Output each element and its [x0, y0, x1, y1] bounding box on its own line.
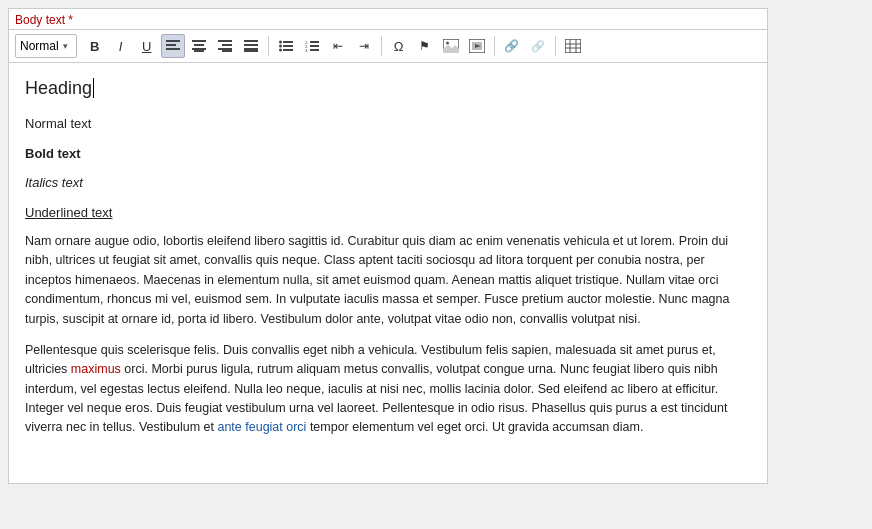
- svg-rect-10: [218, 48, 232, 50]
- body-paragraph-2: Pellentesque quis scelerisque felis. Dui…: [25, 341, 751, 438]
- svg-rect-25: [310, 45, 319, 47]
- svg-rect-17: [283, 41, 293, 43]
- svg-point-29: [446, 42, 449, 45]
- ordered-list-icon: 1. 2. 3.: [305, 40, 319, 52]
- table-insert-button[interactable]: [561, 34, 585, 58]
- media-icon: [469, 39, 485, 53]
- bold-button[interactable]: B: [83, 34, 107, 58]
- justify-button[interactable]: [239, 34, 263, 58]
- svg-rect-6: [192, 48, 206, 50]
- style-select-value: Normal: [20, 39, 59, 53]
- svg-rect-15: [244, 50, 258, 52]
- underlined-text-paragraph: Underlined text: [25, 203, 751, 223]
- svg-rect-8: [218, 40, 232, 42]
- normal-text-paragraph: Normal text: [25, 114, 751, 134]
- link-button[interactable]: 🔗: [500, 34, 524, 58]
- toolbar: Normal ▾ B I U: [9, 29, 767, 63]
- align-right-button[interactable]: [213, 34, 237, 58]
- heading-text: Heading: [25, 78, 92, 98]
- image-icon: [443, 39, 459, 53]
- align-left-icon: [166, 40, 180, 52]
- unlink-button[interactable]: 🔗: [526, 34, 550, 58]
- svg-rect-19: [283, 45, 293, 47]
- editor-content-area[interactable]: Heading Normal text Bold text Italics te…: [9, 63, 767, 483]
- paragraph-2-part-2: maximus: [71, 362, 121, 376]
- svg-rect-12: [244, 40, 258, 42]
- field-label: Body text *: [9, 9, 767, 29]
- table-icon: [565, 39, 581, 53]
- underline-button[interactable]: U: [135, 34, 159, 58]
- svg-rect-9: [222, 44, 232, 46]
- separator-1: [268, 36, 269, 56]
- svg-rect-14: [244, 48, 258, 50]
- italics-text-content: Italics text: [25, 175, 83, 190]
- flag-button[interactable]: ⚑: [413, 34, 437, 58]
- bold-text-content: Bold text: [25, 146, 81, 161]
- italics-text-paragraph: Italics text: [25, 173, 751, 193]
- unordered-list-icon: [279, 40, 293, 52]
- unordered-list-button[interactable]: [274, 34, 298, 58]
- bold-text-paragraph: Bold text: [25, 144, 751, 164]
- svg-rect-11: [222, 50, 232, 52]
- heading-paragraph: Heading: [25, 75, 751, 102]
- media-button[interactable]: [465, 34, 489, 58]
- ordered-list-button[interactable]: 1. 2. 3.: [300, 34, 324, 58]
- svg-point-18: [279, 45, 282, 48]
- svg-rect-33: [565, 39, 581, 53]
- style-select[interactable]: Normal ▾: [15, 34, 77, 58]
- paragraph-2-part-4: ante feugiat orci: [217, 420, 306, 434]
- svg-rect-1: [166, 44, 176, 46]
- text-cursor: [93, 78, 94, 98]
- normal-text-content: Normal text: [25, 116, 91, 131]
- separator-4: [555, 36, 556, 56]
- separator-2: [381, 36, 382, 56]
- indent-increase-button[interactable]: ⇥: [352, 34, 376, 58]
- svg-rect-4: [192, 40, 206, 42]
- underlined-text-content: Underlined text: [25, 205, 112, 220]
- svg-rect-13: [244, 44, 258, 46]
- align-center-button[interactable]: [187, 34, 211, 58]
- separator-3: [494, 36, 495, 56]
- justify-icon: [244, 40, 258, 52]
- svg-rect-23: [310, 41, 319, 43]
- svg-rect-21: [283, 49, 293, 51]
- editor-wrapper: Body text * Normal ▾ B I U: [8, 8, 768, 484]
- svg-rect-2: [166, 48, 180, 50]
- indent-decrease-button[interactable]: ⇤: [326, 34, 350, 58]
- paragraph-2-part-5: tempor elementum vel eget orci. Ut gravi…: [306, 420, 643, 434]
- svg-rect-5: [194, 44, 204, 46]
- image-button[interactable]: [439, 34, 463, 58]
- svg-point-20: [279, 49, 282, 52]
- svg-rect-7: [194, 50, 204, 52]
- align-left-button[interactable]: [161, 34, 185, 58]
- style-select-arrow: ▾: [63, 41, 68, 51]
- align-right-icon: [218, 40, 232, 52]
- align-center-icon: [192, 40, 206, 52]
- svg-text:3.: 3.: [305, 48, 308, 52]
- svg-point-16: [279, 41, 282, 44]
- paragraph-1-text: Nam ornare augue odio, lobortis eleifend…: [25, 234, 729, 326]
- italic-button[interactable]: I: [109, 34, 133, 58]
- body-paragraph-1: Nam ornare augue odio, lobortis eleifend…: [25, 232, 751, 329]
- svg-rect-27: [310, 49, 319, 51]
- special-char-button[interactable]: Ω: [387, 34, 411, 58]
- svg-rect-0: [166, 40, 180, 42]
